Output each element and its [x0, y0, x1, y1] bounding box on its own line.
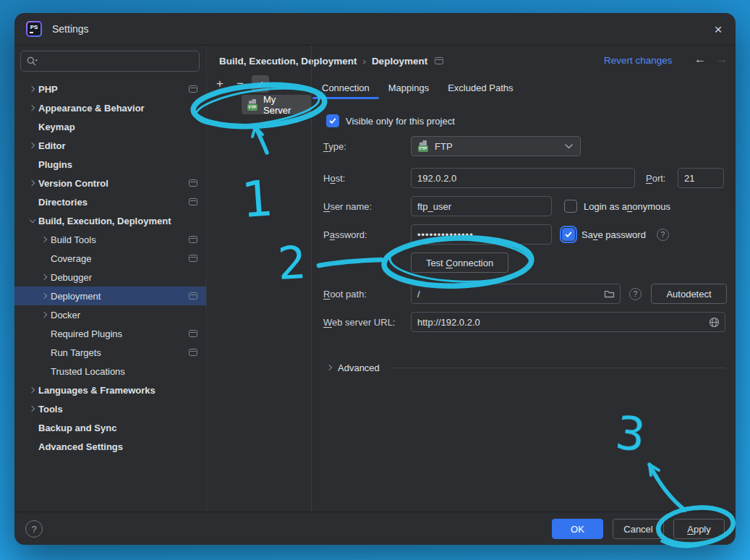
sidebar-item-tools[interactable]: Tools	[14, 399, 206, 418]
password-field[interactable]	[411, 224, 552, 245]
chevron-spacer	[38, 347, 51, 358]
tab-mappings[interactable]: Mappings	[379, 77, 438, 99]
sidebar-item-coverage[interactable]: Coverage	[14, 249, 206, 268]
sidebar-item-run-targets[interactable]: Run Targets	[14, 343, 206, 362]
chevron-right-icon[interactable]	[38, 234, 51, 245]
chevron-right-icon[interactable]	[26, 384, 38, 396]
chevron-spacer	[38, 253, 51, 264]
tab-connection[interactable]: Connection	[312, 77, 379, 99]
visible-only-checkbox[interactable]	[326, 114, 339, 127]
close-icon[interactable]: ×	[708, 20, 728, 40]
modified-indicator-icon	[189, 236, 197, 243]
sidebar-item-label: Debugger	[51, 272, 92, 283]
chevron-spacer	[26, 441, 38, 452]
chevron-right-icon	[323, 362, 336, 373]
sidebar-item-appearance-behavior[interactable]: Appearance & Behavior	[14, 98, 206, 117]
sidebar-item-label: Coverage	[51, 253, 91, 264]
advanced-section-toggle[interactable]: Advanced	[323, 358, 725, 377]
remove-server-icon[interactable]: −	[231, 75, 249, 93]
password-label: Password:	[323, 229, 367, 240]
chevron-right-icon[interactable]	[26, 140, 38, 151]
modified-indicator-icon	[189, 330, 197, 337]
login-anonymous-checkbox[interactable]	[564, 200, 577, 213]
modified-indicator-icon	[189, 349, 197, 356]
chevron-right-icon[interactable]	[38, 309, 51, 321]
user-name-field[interactable]	[411, 196, 552, 216]
root-path-help-icon[interactable]: ?	[629, 288, 642, 300]
sidebar-item-label: Version Control	[38, 178, 108, 189]
sidebar-item-keymap[interactable]: Keymap	[14, 117, 206, 136]
server-list-toolbar: + −	[211, 75, 269, 93]
root-path-field[interactable]	[411, 284, 621, 304]
ftp-type-icon: FTP	[418, 140, 430, 152]
tab-excluded-paths[interactable]: Excluded Paths	[438, 77, 522, 99]
host-field[interactable]	[411, 168, 635, 188]
sidebar-item-required-plugins[interactable]: Required Plugins	[14, 324, 206, 343]
sidebar-item-label: Trusted Locations	[51, 366, 125, 377]
chevron-spacer	[26, 196, 38, 208]
server-item-my-server[interactable]: FTP My Server	[242, 95, 311, 114]
section-divider	[390, 368, 725, 368]
sidebar-item-label: Tools	[38, 404, 63, 415]
test-connection-button[interactable]: Test Connection	[411, 253, 508, 273]
modified-indicator-icon	[189, 85, 197, 93]
port-field[interactable]	[678, 168, 724, 188]
sidebar-item-label: Directories	[38, 197, 88, 208]
settings-search-input[interactable]	[20, 51, 200, 72]
sidebar-item-editor[interactable]: Editor	[14, 136, 206, 155]
autodetect-button[interactable]: Autodetect	[651, 284, 727, 304]
sidebar-item-deployment[interactable]: Deployment	[14, 287, 206, 305]
apply-button[interactable]: Apply	[673, 519, 725, 539]
chevron-spacer	[26, 158, 38, 170]
connection-form-panel: Connection Mappings Excluded Paths Visib…	[312, 46, 736, 512]
web-server-url-label: Web server URL:	[323, 317, 395, 328]
server-list-panel: + − FTP My Server	[206, 46, 312, 512]
chevron-right-icon[interactable]	[26, 102, 38, 114]
sidebar-item-plugins[interactable]: Plugins	[14, 155, 206, 174]
sidebar-item-build-tools[interactable]: Build Tools	[14, 230, 206, 249]
sidebar-item-php[interactable]: PHP	[14, 80, 206, 98]
type-label: Type:	[323, 141, 346, 152]
add-server-icon[interactable]: +	[211, 75, 229, 93]
type-dropdown[interactable]: FTP FTP	[411, 136, 581, 156]
sidebar-item-advanced-settings[interactable]: Advanced Settings	[14, 437, 206, 456]
root-path-label: Root path:	[323, 289, 367, 300]
chevron-right-icon[interactable]	[26, 83, 38, 95]
chevron-down-icon[interactable]	[26, 215, 38, 226]
save-password-checkbox[interactable]	[562, 228, 575, 241]
sidebar-item-label: Build, Execution, Deployment	[38, 216, 171, 226]
user-name-label: User name:	[323, 201, 372, 212]
save-password-help-icon[interactable]: ?	[657, 229, 669, 241]
chevron-right-icon[interactable]	[26, 177, 38, 189]
sidebar-item-docker[interactable]: Docker	[14, 305, 206, 324]
chevron-right-icon[interactable]	[26, 403, 38, 415]
type-value: FTP	[435, 141, 453, 152]
folder-icon[interactable]	[604, 289, 615, 299]
globe-icon[interactable]	[709, 317, 720, 328]
edit-server-icon[interactable]	[252, 75, 269, 93]
sidebar-item-trusted-locations[interactable]: Trusted Locations	[14, 362, 206, 381]
sidebar-item-directories[interactable]: Directories	[14, 192, 206, 211]
tab-bar: Connection Mappings Excluded Paths	[312, 77, 523, 99]
visible-only-label: Visible only for this project	[346, 116, 455, 127]
chevron-right-icon[interactable]	[38, 290, 51, 302]
sidebar-item-label: PHP	[38, 84, 58, 95]
sidebar-item-languages-frameworks[interactable]: Languages & Frameworks	[14, 381, 206, 399]
sidebar-item-debugger[interactable]: Debugger	[14, 268, 206, 287]
modified-indicator-icon	[189, 255, 197, 262]
web-server-url-field[interactable]	[411, 312, 725, 332]
sidebar-item-backup-and-sync[interactable]: Backup and Sync	[14, 418, 206, 437]
ok-button[interactable]: OK	[552, 519, 603, 539]
sidebar-item-label: Build Tools	[51, 234, 96, 245]
cancel-button[interactable]: Cancel	[613, 519, 664, 539]
search-icon	[26, 56, 38, 67]
sidebar-item-build-execution-deployment[interactable]: Build, Execution, Deployment	[14, 211, 206, 230]
server-name: My Server	[263, 94, 302, 116]
host-label: Host:	[323, 173, 345, 184]
sidebar-item-label: Keymap	[38, 122, 75, 132]
chevron-right-icon[interactable]	[38, 271, 51, 283]
help-icon[interactable]: ?	[25, 520, 43, 538]
chevron-spacer	[38, 328, 51, 339]
sidebar-item-version-control[interactable]: Version Control	[14, 174, 206, 192]
save-password-label: Save password	[581, 229, 646, 240]
